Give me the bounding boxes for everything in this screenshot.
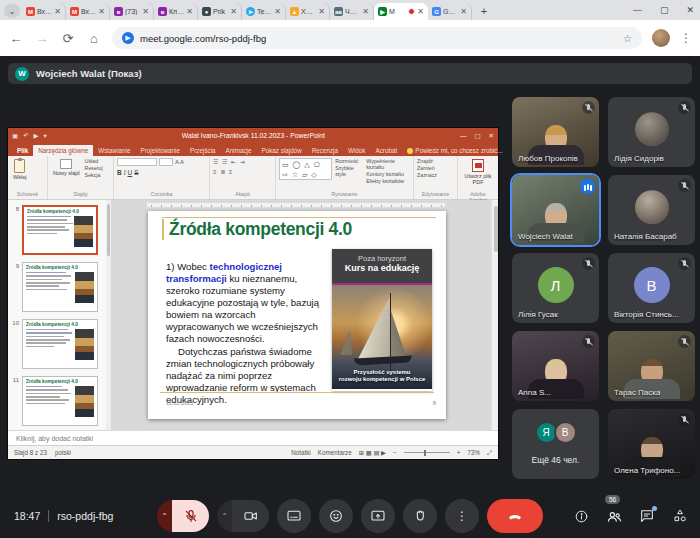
home-icon[interactable]: ⌂ bbox=[86, 31, 102, 46]
tab-close-icon[interactable]: ✕ bbox=[362, 7, 369, 16]
editor-scrollbar[interactable] bbox=[491, 200, 498, 430]
mic-off-icon[interactable] bbox=[172, 500, 209, 532]
participant-tile[interactable]: Лідія Сидорів bbox=[608, 97, 695, 167]
ppt-tab-animacje[interactable]: Animacje bbox=[221, 145, 257, 156]
ppt-tab-plik[interactable]: Plik bbox=[12, 145, 33, 156]
end-call-button[interactable] bbox=[487, 499, 543, 533]
window-minimize-button[interactable]: — bbox=[633, 5, 642, 15]
arrange-button[interactable]: Rozmieść bbox=[335, 158, 363, 164]
participant-tile[interactable]: Тарас Паска bbox=[608, 331, 695, 401]
browser-tab-active-meet[interactable]: ▶ M ✕ bbox=[374, 3, 428, 20]
meeting-details-button[interactable] bbox=[571, 506, 591, 526]
new-tab-button[interactable]: + bbox=[476, 3, 492, 19]
browser-tab[interactable]: ав Чере ✕ bbox=[330, 3, 374, 20]
participant-tile[interactable]: Олена Трифоно... bbox=[608, 409, 695, 479]
new-slide-button[interactable]: Nowy slajd bbox=[51, 158, 82, 177]
layout-button[interactable]: Układ bbox=[85, 158, 103, 164]
slide-canvas[interactable]: Źródła kompetencji 4.0 1) Wobec technolo… bbox=[148, 211, 446, 419]
tab-close-icon[interactable]: ✕ bbox=[98, 7, 105, 16]
browser-tab[interactable]: в Клас ✕ bbox=[154, 3, 198, 20]
browser-tab[interactable]: в (73) ✕ bbox=[110, 3, 154, 20]
tab-close-icon[interactable]: ✕ bbox=[274, 7, 281, 16]
list-indent-icons[interactable]: ☰ ☰ ⇤ ⇥ bbox=[213, 158, 246, 165]
paste-button[interactable]: Wklej bbox=[11, 158, 28, 181]
shared-screen-powerpoint[interactable]: ▣ ↶ ▶ ▾ Walat Ivano-Frankivsk 11.02.2023… bbox=[8, 128, 498, 459]
tab-close-icon[interactable]: ✕ bbox=[230, 7, 237, 16]
language-indicator[interactable]: polski bbox=[55, 449, 71, 456]
shape-gallery[interactable]: ▭ ◯ △ ⬠ ⇨ ☆ ▱ ◇ bbox=[279, 158, 332, 180]
participant-overflow-tile[interactable]: Я В Ещё 46 чел. bbox=[512, 409, 599, 479]
activities-button[interactable] bbox=[670, 506, 690, 526]
tab-close-icon[interactable]: ✕ bbox=[318, 7, 325, 16]
ppt-tab-narzedzia-glowne[interactable]: Narzędzia główne bbox=[33, 145, 93, 156]
notes-pane[interactable]: Kliknij, aby dodać notatki bbox=[8, 430, 498, 445]
tab-close-icon[interactable]: ✕ bbox=[142, 7, 149, 16]
tab-close-icon[interactable]: ✕ bbox=[186, 7, 193, 16]
ppt-tab-pokaz-slajdow[interactable]: Pokaz slajdów bbox=[256, 145, 306, 156]
reactions-button[interactable] bbox=[319, 499, 353, 533]
ppt-tell-me[interactable]: Powiedz mi, co chcesz zrobić... bbox=[402, 145, 508, 156]
zoom-in-button[interactable]: + bbox=[457, 449, 461, 456]
shape-effects-button[interactable]: Efekty kształtów bbox=[366, 178, 410, 184]
ppt-tab-przejscia[interactable]: Przejścia bbox=[185, 145, 221, 156]
profile-avatar[interactable] bbox=[652, 29, 670, 47]
ppt-close-button[interactable]: ✕ bbox=[489, 132, 494, 140]
fit-slide-icon[interactable]: ⤢ bbox=[487, 449, 492, 457]
participant-tile[interactable]: В Вікторія Стинсь... bbox=[608, 253, 695, 323]
underline-button[interactable]: U bbox=[128, 169, 133, 176]
replace-button[interactable]: Zamień bbox=[417, 165, 437, 171]
camera-options-chevron-icon[interactable]: ⌃ bbox=[217, 500, 232, 532]
browser-tab[interactable]: ▲ ХМ. М ✕ bbox=[286, 3, 330, 20]
ppt-tab-recenzja[interactable]: Recenzja bbox=[307, 145, 343, 156]
find-button[interactable]: Znajdź bbox=[417, 158, 437, 164]
tab-close-icon[interactable]: ✕ bbox=[460, 7, 467, 16]
ppt-tab-projektowanie[interactable]: Projektowanie bbox=[135, 145, 185, 156]
presenter-banner[interactable]: W Wojciech Walat (Показ) bbox=[8, 63, 692, 84]
participant-tile[interactable]: Любов Прокопів bbox=[512, 97, 599, 167]
ppt-tab-widok[interactable]: Widok bbox=[343, 145, 371, 156]
chat-panel-button[interactable] bbox=[637, 506, 657, 526]
grow-shrink-font-icons[interactable]: A A bbox=[175, 159, 184, 165]
comments-toggle[interactable]: Komentarze bbox=[318, 449, 352, 456]
section-button[interactable]: Sekcja bbox=[85, 172, 103, 178]
tab-close-icon[interactable]: ✕ bbox=[54, 7, 61, 16]
save-icon[interactable]: ▣ bbox=[12, 132, 18, 140]
font-name-select[interactable] bbox=[117, 158, 157, 166]
ppt-maximize-button[interactable]: ▢ bbox=[474, 132, 480, 140]
browser-tab[interactable]: M Вхідні ✕ bbox=[22, 3, 66, 20]
raise-hand-button[interactable] bbox=[403, 499, 437, 533]
ppt-minimize-button[interactable]: — bbox=[460, 132, 467, 140]
people-panel-button[interactable]: 56 bbox=[604, 506, 624, 526]
slide-thumbnail[interactable]: 9 Źródła kompetencji 4.0 bbox=[10, 262, 109, 312]
notes-toggle[interactable]: Notatki bbox=[291, 449, 311, 456]
address-bar[interactable]: ▶ meet.google.com/rso-pddj-fbg ☆ bbox=[112, 27, 642, 49]
strikethrough-button[interactable]: S bbox=[134, 169, 138, 176]
slideshow-icon[interactable]: ▶ bbox=[34, 132, 39, 140]
browser-tab[interactable]: ● Prik ✕ bbox=[198, 3, 242, 20]
undo-icon[interactable]: ↶ bbox=[23, 132, 28, 140]
bookmark-star-icon[interactable]: ☆ bbox=[623, 33, 632, 44]
alignment-icons[interactable]: ≡ ≣ ≡ bbox=[213, 168, 233, 175]
window-close-button[interactable]: ✕ bbox=[686, 5, 694, 15]
browser-tab[interactable]: M Вхідні ✕ bbox=[66, 3, 110, 20]
quick-styles-button[interactable]: Szybkie style bbox=[335, 165, 363, 177]
bold-button[interactable]: B bbox=[117, 169, 122, 176]
participant-tile[interactable]: Л Лілія Гусак bbox=[512, 253, 599, 323]
select-button[interactable]: Zaznacz bbox=[417, 172, 437, 178]
browser-menu-icon[interactable]: ⋮ bbox=[680, 31, 692, 45]
create-pdf-button[interactable]: Utwórz plik PDF bbox=[461, 158, 495, 186]
captions-button[interactable] bbox=[277, 499, 311, 533]
zoom-out-button[interactable]: − bbox=[393, 449, 397, 456]
font-size-select[interactable] bbox=[159, 158, 173, 166]
mic-options-chevron-icon[interactable]: ⌃ bbox=[157, 500, 172, 532]
browser-tab[interactable]: G Goog ✕ bbox=[428, 3, 472, 20]
ppt-tab-acrobat[interactable]: Acrobat bbox=[371, 145, 403, 156]
participant-tile-speaking[interactable]: Wojciech Walat bbox=[512, 175, 599, 245]
more-options-button[interactable]: ⋮ bbox=[445, 499, 479, 533]
shape-fill-button[interactable]: Wypełnienie kształtu bbox=[366, 158, 410, 170]
view-switcher-icons[interactable]: ⊞ ▦ ▤ ▶ bbox=[359, 449, 386, 456]
slide-body-text[interactable]: 1) Wobec technologicznej transformacji k… bbox=[166, 261, 324, 406]
participant-tile[interactable]: Наталія Басараб bbox=[608, 175, 695, 245]
forward-icon[interactable]: → bbox=[34, 31, 50, 46]
zoom-slider[interactable] bbox=[404, 452, 450, 453]
